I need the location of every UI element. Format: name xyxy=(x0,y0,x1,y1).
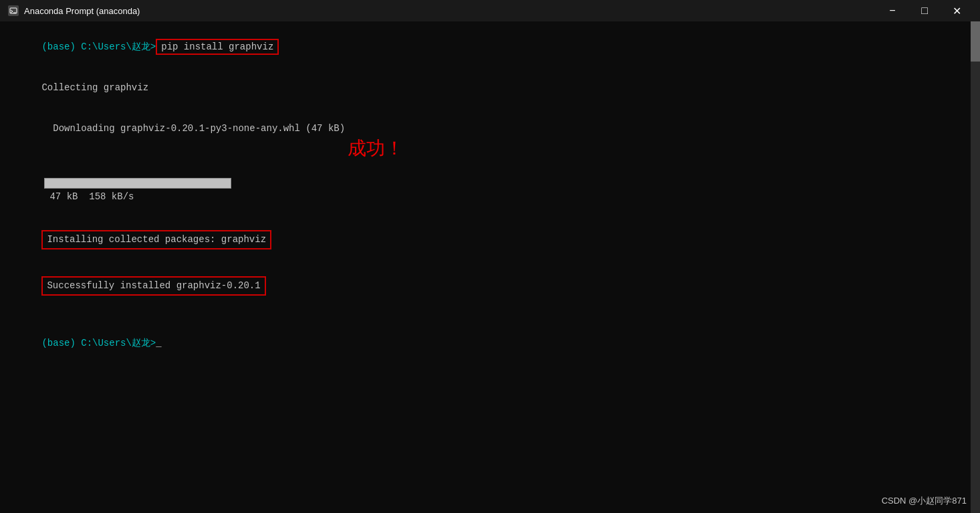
collecting-line: Collecting graphviz xyxy=(8,68,972,108)
installing-box: Installing collected packages: graphviz xyxy=(41,230,271,249)
window: Anaconda Prompt (anaconda) − □ ✕ (base) … xyxy=(0,0,980,513)
maximize-button[interactable]: □ xyxy=(909,0,940,21)
downloading-text: Downloading graphviz-0.20.1-py3-none-any… xyxy=(41,123,345,134)
close-button[interactable]: ✕ xyxy=(941,0,972,21)
window-title: Anaconda Prompt (anaconda) xyxy=(24,6,140,16)
command-box: pip install graphviz xyxy=(156,39,279,55)
progress-text: 47 kB 158 kB/s xyxy=(49,191,134,202)
title-bar: Anaconda Prompt (anaconda) − □ ✕ xyxy=(0,0,980,21)
scrollbar-thumb[interactable] xyxy=(971,21,980,62)
terminal-icon xyxy=(8,5,19,16)
command-line: (base) C:\Users\赵龙>pip install graphviz xyxy=(8,27,972,68)
progress-bar xyxy=(44,178,231,189)
success-cn-text: 成功！ xyxy=(348,135,404,163)
downloading-line: Downloading graphviz-0.20.1-py3-none-any… xyxy=(8,108,972,149)
final-prompt: (base) C:\Users\赵龙> xyxy=(41,338,156,348)
window-controls: − □ ✕ xyxy=(877,0,972,21)
title-bar-left: Anaconda Prompt (anaconda) xyxy=(8,5,140,16)
prompt-text: (base) C:\Users\赵龙> xyxy=(41,41,156,52)
collecting-text: Collecting graphviz xyxy=(41,82,148,93)
installing-line: Installing collected packages: graphviz xyxy=(8,217,972,263)
success-box: Successfully installed graphviz-0.20.1 xyxy=(41,276,265,295)
minimize-button[interactable]: − xyxy=(877,0,908,21)
progress-line: 47 kB 158 kB/s xyxy=(11,149,972,217)
success-line: Successfully installed graphviz-0.20.1 xyxy=(8,263,972,309)
cursor: _ xyxy=(156,338,161,348)
empty-line xyxy=(8,309,972,322)
final-prompt-line: (base) C:\Users\赵龙>_ xyxy=(8,322,972,363)
scrollbar[interactable] xyxy=(971,21,980,513)
progress-bar-indent xyxy=(44,164,61,175)
watermark: CSDN @小赵同学871 xyxy=(882,495,967,508)
terminal-body[interactable]: (base) C:\Users\赵龙>pip install graphviz … xyxy=(0,21,980,513)
